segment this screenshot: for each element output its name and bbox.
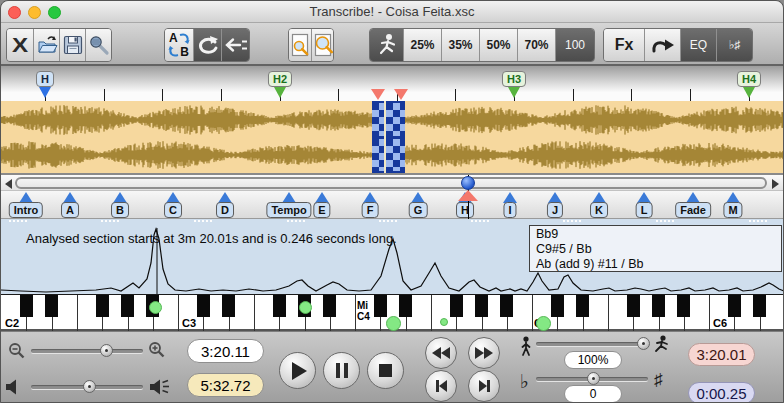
ruler-marker-h3[interactable]: H3 <box>502 71 526 87</box>
waveform-zoom-slider[interactable] <box>31 349 143 353</box>
piano-key-black[interactable] <box>374 295 387 317</box>
volume-slider-thumb[interactable] <box>83 380 96 393</box>
loop-button[interactable] <box>193 29 221 61</box>
ruler-marker-h4[interactable]: H4 <box>737 71 761 87</box>
section-marker-f[interactable]: F <box>362 202 379 218</box>
piano-key-black[interactable] <box>399 295 412 317</box>
speed-70-button[interactable]: 70% <box>517 29 555 61</box>
waveform-zoom-slider-thumb[interactable] <box>100 344 113 357</box>
rewind-button[interactable] <box>425 337 457 369</box>
ruler-tick <box>338 89 339 101</box>
speed-50-button-label: 50% <box>486 38 510 52</box>
ruler-marker-h2-icon[interactable] <box>274 87 286 98</box>
section-marker-i[interactable]: I <box>503 202 516 218</box>
piano-key-black[interactable] <box>20 295 33 317</box>
ruler-tick <box>631 89 632 101</box>
section-marker-j[interactable]: J <box>547 202 563 218</box>
speed-100-button[interactable]: 100 <box>555 29 594 61</box>
speed-slider[interactable] <box>536 342 648 346</box>
octave-tick-dots <box>749 220 767 222</box>
fast-forward-button[interactable] <box>468 337 500 369</box>
piano-key-black[interactable] <box>475 295 488 317</box>
selection-start-marker-icon[interactable] <box>371 89 385 100</box>
return-to-start-button[interactable] <box>221 29 249 61</box>
close-file-button[interactable]: X <box>7 29 33 61</box>
piano-key-black[interactable] <box>197 295 210 317</box>
eq-button[interactable]: EQ <box>680 29 716 61</box>
piano-key-black[interactable] <box>121 295 134 317</box>
scroll-right-icon[interactable] <box>772 179 779 189</box>
piano-key-black[interactable] <box>96 295 109 317</box>
speed-mode-button[interactable] <box>370 29 403 61</box>
pitch-slider-thumb[interactable] <box>587 372 600 385</box>
section-marker-c[interactable]: C <box>164 202 182 218</box>
section-marker-intro[interactable]: Intro <box>9 202 43 218</box>
speed-slider-thumb[interactable] <box>637 337 650 350</box>
piano-key-black[interactable] <box>677 295 690 317</box>
section-marker-d[interactable]: D <box>216 202 234 218</box>
speaker-quiet-icon <box>5 378 23 396</box>
speed-35-button[interactable]: 35% <box>441 29 479 61</box>
save-button[interactable] <box>59 29 85 61</box>
zoom-in-view-button[interactable] <box>311 29 333 61</box>
piano-key-black[interactable] <box>273 295 286 317</box>
piano-key-black[interactable] <box>753 295 766 317</box>
ruler-marker-h2[interactable]: H2 <box>268 71 292 87</box>
key-label-c3: C3 <box>182 317 196 329</box>
piano-key-black[interactable] <box>627 295 640 317</box>
pause-button[interactable] <box>323 352 360 389</box>
ruler-tick <box>455 89 456 101</box>
piano-key-black[interactable] <box>551 295 564 317</box>
playhead-marker-icon[interactable] <box>458 190 478 201</box>
piano-key-black[interactable] <box>323 295 336 317</box>
ruler-marker-h-icon[interactable] <box>39 87 51 98</box>
waveform-view[interactable] <box>1 101 783 173</box>
section-marker-e[interactable]: E <box>313 202 330 218</box>
play-button[interactable] <box>279 352 316 389</box>
piano-key-black[interactable] <box>222 295 235 317</box>
zoom-in-icon[interactable] <box>148 341 166 359</box>
speed-25-button[interactable]: 25% <box>403 29 441 61</box>
horizontal-scrollbar[interactable] <box>1 173 783 191</box>
scrollbar-thumb[interactable] <box>15 177 767 189</box>
ruler-tick <box>104 89 105 101</box>
slide-button[interactable] <box>644 29 680 61</box>
pitch-value: 0 <box>590 387 597 401</box>
fx-button[interactable]: Fx <box>604 29 644 61</box>
piano-key-black[interactable] <box>728 295 741 317</box>
open-file-button[interactable] <box>33 29 59 61</box>
floppy-disk-icon <box>63 35 83 55</box>
piano-key-black[interactable] <box>576 295 589 317</box>
piano-key-black[interactable] <box>450 295 463 317</box>
piano-key-black[interactable] <box>45 295 58 317</box>
record-button[interactable] <box>85 29 111 61</box>
flat-sharp-button[interactable]: ♭♯ <box>716 29 752 61</box>
zoom-out-view-button[interactable] <box>289 29 311 61</box>
ruler-marker-h[interactable]: H <box>36 71 54 87</box>
piano-key-black[interactable] <box>652 295 665 317</box>
section-marker-a[interactable]: A <box>61 202 79 218</box>
zoom-out-icon[interactable] <box>8 342 25 359</box>
skip-to-end-button[interactable] <box>468 370 500 402</box>
ruler-marker-h3-icon[interactable] <box>508 87 520 98</box>
ab-loop-button[interactable]: AB <box>165 29 193 61</box>
ruler-marker-h4-icon[interactable] <box>743 87 755 98</box>
section-marker-k[interactable]: K <box>590 202 608 218</box>
section-marker-g[interactable]: G <box>409 202 428 218</box>
selection-region[interactable] <box>372 101 405 173</box>
timeline-ruler[interactable] <box>1 66 783 101</box>
section-marker-m[interactable]: M <box>723 202 742 218</box>
playhead-handle[interactable] <box>461 176 475 190</box>
piano-key-black[interactable] <box>500 295 513 317</box>
speed-50-button[interactable]: 50% <box>479 29 517 61</box>
page-zoom-in-icon <box>313 32 333 58</box>
section-marker-l[interactable]: L <box>636 202 653 218</box>
scroll-left-icon[interactable] <box>5 179 12 189</box>
section-marker-b[interactable]: B <box>111 202 129 218</box>
stop-button[interactable] <box>367 352 404 389</box>
section-marker-fade[interactable]: Fade <box>675 202 711 218</box>
section-marker-tempo[interactable]: Tempo <box>266 202 311 218</box>
skip-to-start-button[interactable] <box>425 370 457 402</box>
selection-end-marker-icon[interactable] <box>394 89 408 100</box>
section-marker-h[interactable]: H <box>456 202 474 218</box>
